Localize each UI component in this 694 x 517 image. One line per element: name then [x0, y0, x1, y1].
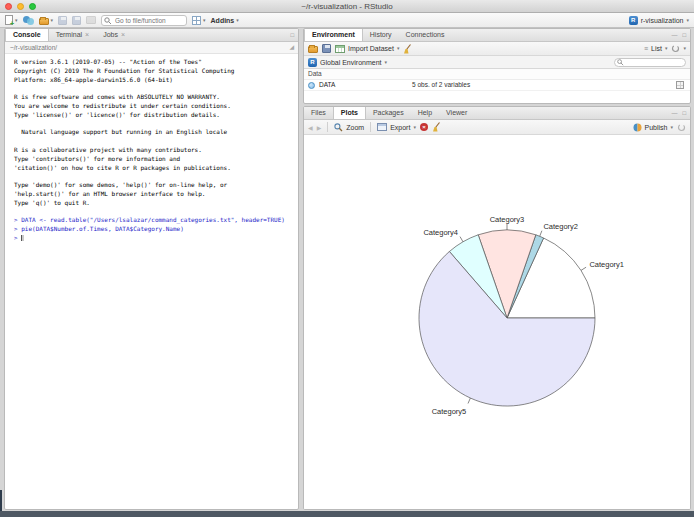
console-output-line: You are welcome to redistribute it under…: [14, 102, 298, 111]
tab-plots[interactable]: Plots: [333, 107, 366, 119]
goto-file-input[interactable]: [101, 15, 187, 26]
previous-plot-icon[interactable]: ◀: [308, 124, 313, 131]
console-output-line: Type 'demo()' for some demos, 'help()' f…: [14, 181, 298, 190]
environment-scope-button[interactable]: R Global Environment ▾: [308, 58, 387, 67]
console-path-bar: ~/r-visualization/ ◢: [5, 42, 298, 54]
chevron-down-icon: ▾: [384, 60, 387, 65]
tab-viewer-label: Viewer: [446, 107, 467, 119]
console-input-line: >: [14, 234, 298, 243]
rstudio-window: { "window": { "title": "~/r-visualizatio…: [0, 0, 694, 517]
save-all-button: [72, 16, 81, 25]
addins-button[interactable]: Addins ▾: [211, 17, 239, 24]
plots-panel: Files Plots Packages Help Viewer — □ ◀ ▶…: [303, 106, 691, 510]
console-output-line: 'help.start()' for an HTML browser inter…: [14, 190, 298, 199]
chevron-down-icon: ▾: [683, 46, 686, 51]
list-view-label: List: [651, 45, 662, 52]
environment-tabbar: Environment History Connections — □: [304, 29, 690, 42]
plot-area: Category1Category2Category3Category4Cate…: [304, 135, 690, 509]
object-name[interactable]: DATA: [319, 80, 335, 90]
console-output-line: [14, 84, 298, 93]
console-output-line: Type 'contributors()' for more informati…: [14, 155, 298, 164]
publish-button[interactable]: Publish ▾: [633, 123, 673, 132]
export-plot-button[interactable]: Export ▾: [377, 123, 416, 131]
environment-search-input[interactable]: [614, 58, 686, 67]
view-data-icon[interactable]: [676, 81, 684, 89]
pie-label: Category2: [543, 222, 578, 231]
panes-layout-button[interactable]: ▾: [192, 16, 206, 25]
tab-files-label: Files: [311, 107, 326, 119]
tab-environment-label: Environment: [312, 29, 355, 41]
clear-workspace-button[interactable]: [403, 44, 413, 54]
open-folder-icon: [308, 46, 318, 53]
load-workspace-button[interactable]: [308, 44, 318, 53]
magnifier-icon: [334, 123, 343, 132]
refresh-button[interactable]: ▾: [671, 44, 686, 53]
tab-connections[interactable]: Connections: [399, 29, 452, 41]
save-button: [58, 16, 67, 25]
console-input-line: > pie(DATA$Number.of.Times, DATA$Categor…: [14, 225, 298, 234]
minimize-pane-icon[interactable]: —: [671, 29, 677, 41]
publish-icon: [633, 123, 642, 132]
console-output-line: [14, 120, 298, 129]
tab-history[interactable]: History: [363, 29, 399, 41]
import-dataset-button[interactable]: Import Dataset ▾: [335, 45, 399, 53]
save-all-icon: [72, 16, 81, 25]
maximize-pane-icon[interactable]: □: [682, 29, 686, 41]
minimize-pane-icon[interactable]: —: [671, 107, 677, 119]
broom-icon: [403, 44, 413, 54]
refresh-plot-button[interactable]: [677, 123, 686, 132]
next-plot-icon[interactable]: ▶: [317, 124, 322, 131]
window-title: ~/r-visualization - RStudio: [0, 0, 694, 13]
chevron-down-icon: ▾: [15, 18, 18, 23]
close-icon[interactable]: ×: [121, 29, 125, 41]
pie-label-tick: [540, 231, 542, 237]
console-output-line: R is a collaborative project with many c…: [14, 146, 298, 155]
resize-icon[interactable]: ◢: [289, 42, 294, 53]
new-file-icon: [5, 15, 13, 25]
search-icon: [617, 59, 624, 66]
tab-help[interactable]: Help: [411, 107, 439, 119]
tab-terminal[interactable]: Terminal ×: [49, 29, 97, 41]
close-icon[interactable]: ×: [85, 29, 89, 41]
tab-plots-label: Plots: [341, 107, 358, 119]
r-environment-icon: R: [308, 58, 317, 67]
console-output-line: Natural language support but running in …: [14, 128, 298, 137]
project-name: r-visualization: [641, 17, 684, 24]
tab-packages-label: Packages: [373, 107, 404, 119]
dataset-table-icon: [335, 45, 345, 53]
console-output[interactable]: R version 3.6.1 (2019-07-05) -- "Action …: [5, 54, 298, 243]
clear-all-plots-button[interactable]: [432, 122, 442, 132]
new-file-button[interactable]: ▾: [5, 15, 18, 25]
chevron-down-icon: ▾: [203, 18, 206, 23]
project-menu-button[interactable]: R r-visualization ▾: [629, 16, 689, 25]
environment-object-row[interactable]: DATA 5 obs. of 2 variables: [304, 80, 690, 91]
remove-plot-icon[interactable]: ×: [420, 123, 428, 131]
window-edge-notch: [0, 490, 2, 511]
list-view-button[interactable]: ≡ List ▾: [644, 45, 668, 52]
console-output-line: R is free software and comes with ABSOLU…: [14, 93, 298, 102]
open-file-button[interactable]: ▾: [39, 16, 54, 25]
tab-jobs[interactable]: Jobs ×: [96, 29, 132, 41]
new-project-button[interactable]: [23, 15, 34, 25]
tab-environment[interactable]: Environment: [304, 29, 363, 41]
chevron-down-icon: ▾: [236, 18, 239, 23]
tab-packages[interactable]: Packages: [366, 107, 411, 119]
chevron-down-icon: ▾: [397, 46, 400, 51]
maximize-pane-icon[interactable]: □: [682, 107, 686, 119]
console-panel: Console Terminal × Jobs × □ ~/r-visualiz…: [4, 28, 299, 510]
chevron-down-icon: ▾: [665, 46, 668, 51]
list-icon: ≡: [644, 45, 648, 52]
working-directory[interactable]: ~/r-visualization/: [10, 44, 57, 51]
tab-files[interactable]: Files: [304, 107, 333, 119]
environment-scope-label: Global Environment: [320, 59, 381, 66]
tab-console[interactable]: Console: [5, 29, 49, 41]
tab-viewer[interactable]: Viewer: [439, 107, 474, 119]
main-toolbar: ▾ ▾ ▾ Addins ▾ R r-visualization ▾: [0, 13, 694, 28]
r-project-icon: R: [629, 16, 638, 25]
tab-console-label: Console: [13, 29, 41, 41]
export-image-icon: [377, 123, 387, 131]
console-output-line: Type 'q()' to quit R.: [14, 199, 298, 208]
zoom-plot-button[interactable]: Zoom: [334, 123, 364, 132]
save-workspace-button[interactable]: [322, 44, 331, 53]
maximize-pane-icon[interactable]: □: [290, 29, 294, 41]
